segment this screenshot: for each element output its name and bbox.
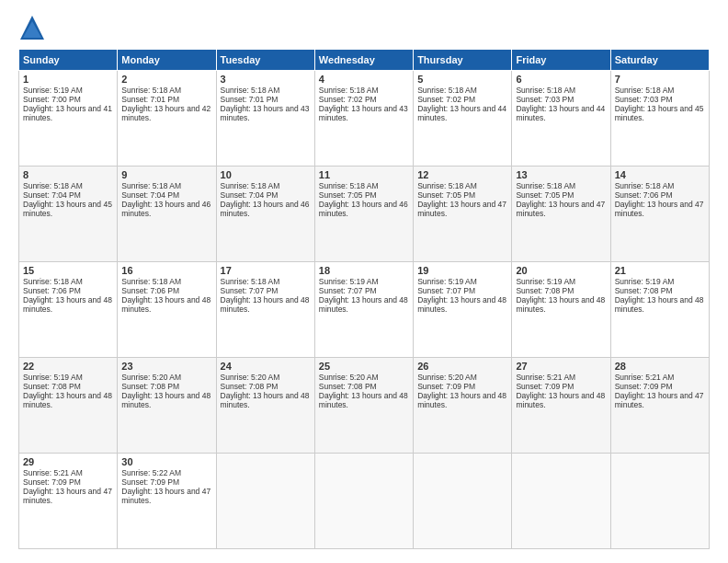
day-number: 1 xyxy=(23,74,113,85)
sunrise-label: Sunrise: 5:19 AM xyxy=(23,86,83,95)
daylight-label: Daylight: 13 hours and 41 minutes. xyxy=(23,104,112,122)
calendar-table: Sunday Monday Tuesday Wednesday Thursday… xyxy=(18,49,710,549)
daylight-label: Daylight: 13 hours and 45 minutes. xyxy=(23,200,112,218)
sunrise-label: Sunrise: 5:20 AM xyxy=(121,373,181,382)
day-number: 23 xyxy=(121,361,211,372)
sunset-label: Sunset: 7:01 PM xyxy=(221,95,279,104)
sunset-label: Sunset: 7:05 PM xyxy=(319,190,377,200)
sunrise-label: Sunrise: 5:18 AM xyxy=(516,86,575,95)
sunset-label: Sunset: 7:04 PM xyxy=(23,190,81,200)
day-number: 17 xyxy=(221,265,311,276)
daylight-label: Daylight: 13 hours and 45 minutes. xyxy=(615,104,704,122)
th-tuesday: Tuesday xyxy=(216,50,314,71)
sunset-label: Sunset: 7:07 PM xyxy=(417,286,475,295)
table-cell: 10 Sunrise: 5:18 AM Sunset: 7:04 PM Dayl… xyxy=(216,167,314,262)
table-cell: 30 Sunrise: 5:22 AM Sunset: 7:09 PM Dayl… xyxy=(118,454,216,549)
sunrise-label: Sunrise: 5:21 AM xyxy=(516,373,575,382)
sunset-label: Sunset: 7:09 PM xyxy=(615,382,673,391)
table-cell: 15 Sunrise: 5:18 AM Sunset: 7:06 PM Dayl… xyxy=(19,262,118,358)
table-cell: 20 Sunrise: 5:19 AM Sunset: 7:08 PM Dayl… xyxy=(512,262,610,358)
header-row: Sunday Monday Tuesday Wednesday Thursday… xyxy=(19,50,710,71)
daylight-label: Daylight: 13 hours and 48 minutes. xyxy=(516,391,605,409)
day-number: 29 xyxy=(23,456,113,467)
sunrise-label: Sunrise: 5:21 AM xyxy=(615,373,675,382)
table-row: 15 Sunrise: 5:18 AM Sunset: 7:06 PM Dayl… xyxy=(19,262,710,358)
sunrise-label: Sunrise: 5:21 AM xyxy=(23,468,83,477)
sunrise-label: Sunrise: 5:18 AM xyxy=(221,277,280,286)
table-cell: 14 Sunrise: 5:18 AM Sunset: 7:06 PM Dayl… xyxy=(610,167,709,262)
table-cell: 3 Sunrise: 5:18 AM Sunset: 7:01 PM Dayli… xyxy=(216,71,314,167)
day-number: 27 xyxy=(516,361,606,372)
sunrise-label: Sunrise: 5:18 AM xyxy=(319,86,379,95)
logo xyxy=(18,14,50,41)
table-cell: 23 Sunrise: 5:20 AM Sunset: 7:08 PM Dayl… xyxy=(118,358,216,454)
sunrise-label: Sunrise: 5:18 AM xyxy=(319,181,379,190)
table-cell: 7 Sunrise: 5:18 AM Sunset: 7:03 PM Dayli… xyxy=(610,71,709,167)
table-cell: 11 Sunrise: 5:18 AM Sunset: 7:05 PM Dayl… xyxy=(314,167,413,262)
table-cell: 28 Sunrise: 5:21 AM Sunset: 7:09 PM Dayl… xyxy=(610,358,709,454)
table-cell: 22 Sunrise: 5:19 AM Sunset: 7:08 PM Dayl… xyxy=(19,358,118,454)
day-number: 16 xyxy=(121,265,211,276)
daylight-label: Daylight: 13 hours and 48 minutes. xyxy=(23,391,112,409)
table-cell: 27 Sunrise: 5:21 AM Sunset: 7:09 PM Dayl… xyxy=(512,358,610,454)
sunrise-label: Sunrise: 5:18 AM xyxy=(417,181,477,190)
day-number: 15 xyxy=(23,265,113,276)
daylight-label: Daylight: 13 hours and 48 minutes. xyxy=(319,391,408,409)
daylight-label: Daylight: 13 hours and 47 minutes. xyxy=(615,200,704,218)
sunrise-label: Sunrise: 5:19 AM xyxy=(516,277,575,286)
daylight-label: Daylight: 13 hours and 47 minutes. xyxy=(121,487,210,505)
sunset-label: Sunset: 7:00 PM xyxy=(23,95,81,104)
table-cell: 25 Sunrise: 5:20 AM Sunset: 7:08 PM Dayl… xyxy=(314,358,413,454)
day-number: 14 xyxy=(615,169,705,180)
table-cell xyxy=(314,454,413,549)
sunrise-label: Sunrise: 5:18 AM xyxy=(23,277,83,286)
table-cell: 16 Sunrise: 5:18 AM Sunset: 7:06 PM Dayl… xyxy=(118,262,216,358)
table-cell: 5 Sunrise: 5:18 AM Sunset: 7:02 PM Dayli… xyxy=(414,71,512,167)
daylight-label: Daylight: 13 hours and 47 minutes. xyxy=(23,487,112,505)
table-row: 29 Sunrise: 5:21 AM Sunset: 7:09 PM Dayl… xyxy=(19,454,710,549)
day-number: 8 xyxy=(23,169,113,180)
day-number: 7 xyxy=(615,74,705,85)
day-number: 6 xyxy=(516,74,606,85)
table-cell: 4 Sunrise: 5:18 AM Sunset: 7:02 PM Dayli… xyxy=(314,71,413,167)
sunset-label: Sunset: 7:03 PM xyxy=(516,95,574,104)
daylight-label: Daylight: 13 hours and 43 minutes. xyxy=(319,104,408,122)
daylight-label: Daylight: 13 hours and 48 minutes. xyxy=(221,391,310,409)
sunset-label: Sunset: 7:08 PM xyxy=(615,286,673,295)
sunset-label: Sunset: 7:08 PM xyxy=(516,286,574,295)
day-number: 13 xyxy=(516,169,606,180)
day-number: 30 xyxy=(121,456,211,467)
sunrise-label: Sunrise: 5:18 AM xyxy=(121,277,181,286)
table-cell: 8 Sunrise: 5:18 AM Sunset: 7:04 PM Dayli… xyxy=(19,167,118,262)
daylight-label: Daylight: 13 hours and 48 minutes. xyxy=(121,295,210,314)
day-number: 19 xyxy=(417,265,507,276)
sunrise-label: Sunrise: 5:18 AM xyxy=(121,181,181,190)
day-number: 4 xyxy=(319,74,409,85)
table-cell: 19 Sunrise: 5:19 AM Sunset: 7:07 PM Dayl… xyxy=(414,262,512,358)
table-cell: 12 Sunrise: 5:18 AM Sunset: 7:05 PM Dayl… xyxy=(414,167,512,262)
day-number: 10 xyxy=(221,169,311,180)
daylight-label: Daylight: 13 hours and 48 minutes. xyxy=(417,295,506,314)
table-row: 8 Sunrise: 5:18 AM Sunset: 7:04 PM Dayli… xyxy=(19,167,710,262)
sunset-label: Sunset: 7:01 PM xyxy=(121,95,179,104)
sunrise-label: Sunrise: 5:18 AM xyxy=(417,86,477,95)
table-cell: 6 Sunrise: 5:18 AM Sunset: 7:03 PM Dayli… xyxy=(512,71,610,167)
sunrise-label: Sunrise: 5:18 AM xyxy=(221,181,280,190)
table-cell xyxy=(414,454,512,549)
day-number: 12 xyxy=(417,169,507,180)
sunset-label: Sunset: 7:09 PM xyxy=(516,382,574,391)
day-number: 20 xyxy=(516,265,606,276)
sunset-label: Sunset: 7:07 PM xyxy=(319,286,377,295)
table-cell: 18 Sunrise: 5:19 AM Sunset: 7:07 PM Dayl… xyxy=(314,262,413,358)
day-number: 5 xyxy=(417,74,507,85)
day-number: 9 xyxy=(121,169,211,180)
table-cell: 13 Sunrise: 5:18 AM Sunset: 7:05 PM Dayl… xyxy=(512,167,610,262)
sunset-label: Sunset: 7:06 PM xyxy=(615,190,673,200)
table-cell: 2 Sunrise: 5:18 AM Sunset: 7:01 PM Dayli… xyxy=(118,71,216,167)
daylight-label: Daylight: 13 hours and 46 minutes. xyxy=(221,200,310,218)
sunrise-label: Sunrise: 5:18 AM xyxy=(121,86,181,95)
th-sunday: Sunday xyxy=(19,50,118,71)
sunrise-label: Sunrise: 5:19 AM xyxy=(615,277,675,286)
sunrise-label: Sunrise: 5:18 AM xyxy=(516,181,575,190)
table-cell: 9 Sunrise: 5:18 AM Sunset: 7:04 PM Dayli… xyxy=(118,167,216,262)
